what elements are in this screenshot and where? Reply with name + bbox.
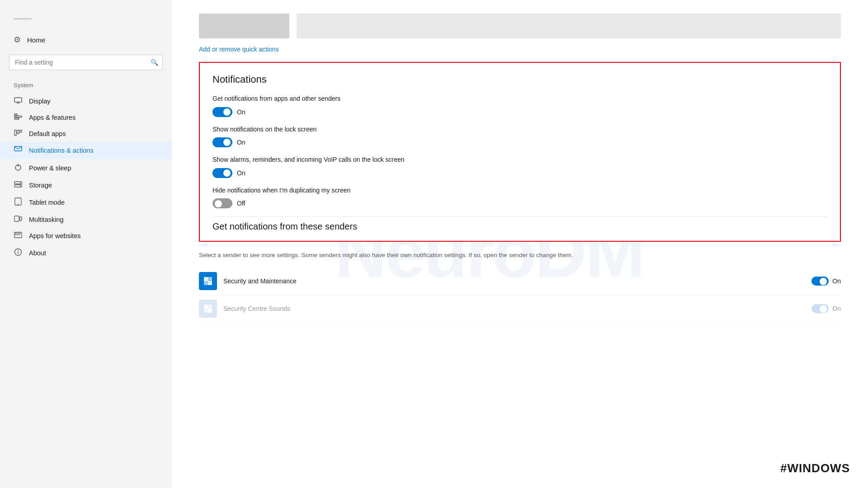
svg-rect-18 <box>14 216 19 221</box>
sidebar-top-bar <box>14 18 32 19</box>
svg-rect-0 <box>14 98 22 102</box>
sidebar-item-multitasking-label: Multitasking <box>29 216 64 223</box>
power-icon <box>14 163 23 173</box>
sidebar-item-multitasking[interactable]: Multitasking <box>0 211 172 228</box>
sender-sounds-state: On <box>832 305 841 312</box>
multitasking-icon <box>14 216 23 224</box>
notifications-icon <box>14 146 23 155</box>
svg-rect-8 <box>20 130 22 132</box>
toggle-apps-senders-state: On <box>237 108 245 116</box>
gear-icon: ⚙ <box>14 35 21 45</box>
svg-rect-21 <box>15 233 17 235</box>
toggle-alarms-switch[interactable] <box>212 168 232 178</box>
sidebar-item-apps-features[interactable]: Apps & features <box>0 109 172 126</box>
svg-point-26 <box>18 250 19 251</box>
add-remove-quick-actions-link[interactable]: Add or remove quick actions <box>199 46 841 53</box>
sidebar-item-default-apps[interactable]: Default apps <box>0 126 172 142</box>
sender-security-state: On <box>832 277 841 285</box>
banner-placeholder <box>297 14 841 38</box>
toggle-lock-screen-state: On <box>237 139 245 146</box>
sidebar-item-tablet-mode[interactable]: Tablet mode <box>0 193 172 211</box>
notifications-box: Notifications Get notifications from app… <box>199 62 841 242</box>
svg-rect-31 <box>204 305 208 309</box>
svg-rect-27 <box>204 277 208 281</box>
toggle-duplicating-label: Hide notifications when I'm duplicating … <box>212 186 827 195</box>
search-icon: 🔍 <box>151 59 158 66</box>
svg-point-17 <box>18 204 19 205</box>
svg-rect-34 <box>208 309 212 313</box>
senders-description: Select a sender to see more settings. So… <box>199 251 841 260</box>
sender-sounds-name: Security Centre Sounds <box>223 305 805 312</box>
display-icon <box>14 97 23 105</box>
sender-row-security[interactable]: Security and Maintenance On <box>199 267 841 295</box>
sender-sounds-toggle[interactable] <box>811 304 829 313</box>
svg-rect-5 <box>14 118 19 119</box>
svg-rect-32 <box>208 305 212 309</box>
svg-rect-22 <box>18 233 21 234</box>
sidebar-item-power-sleep[interactable]: Power & sleep <box>0 159 172 177</box>
sidebar-item-about[interactable]: About <box>0 244 172 262</box>
banner-image <box>199 14 289 38</box>
toggle-duplicating: Hide notifications when I'm duplicating … <box>212 186 827 209</box>
content-area: NeuroDM Add or remove quick actions Noti… <box>172 0 868 488</box>
toggle-apps-senders-switch[interactable] <box>212 107 232 117</box>
svg-rect-19 <box>20 217 22 221</box>
sender-sounds-icon <box>199 300 217 318</box>
toggle-alarms-state: On <box>237 169 245 177</box>
section-label: System <box>0 79 172 91</box>
toggle-duplicating-state: Off <box>237 200 245 207</box>
sidebar-item-apps-features-label: Apps & features <box>29 114 75 121</box>
toggle-alarms: Show alarms, reminders, and incoming VoI… <box>212 155 827 178</box>
toggle-lock-screen-label: Show notifications on the lock screen <box>212 125 827 134</box>
sidebar-item-default-apps-label: Default apps <box>29 130 66 137</box>
toggle-duplicating-switch[interactable] <box>212 198 232 208</box>
toggle-apps-senders-label: Get notifications from apps and other se… <box>212 94 827 103</box>
sidebar-item-storage[interactable]: Storage <box>0 177 172 193</box>
search-input[interactable] <box>9 55 163 70</box>
home-label: Home <box>27 36 45 44</box>
search-container: 🔍 <box>9 55 163 70</box>
default-apps-icon <box>14 130 23 138</box>
svg-rect-28 <box>208 277 212 281</box>
apps-websites-icon <box>14 232 23 240</box>
sidebar-item-apps-websites-label: Apps for websites <box>29 232 80 239</box>
svg-rect-3 <box>14 114 17 115</box>
sidebar-item-display-label: Display <box>29 98 51 105</box>
about-icon <box>14 248 23 258</box>
get-notifications-senders-title: Get notifications from these senders <box>212 216 827 232</box>
svg-rect-4 <box>14 116 22 117</box>
svg-rect-7 <box>17 130 19 134</box>
sidebar-item-power-sleep-label: Power & sleep <box>29 164 71 172</box>
sender-sounds-toggle-control: On <box>811 304 841 313</box>
tablet-icon <box>14 197 23 207</box>
sidebar-item-home[interactable]: ⚙ Home <box>0 30 172 49</box>
sidebar-item-apps-websites[interactable]: Apps for websites <box>0 228 172 244</box>
sidebar-item-tablet-mode-label: Tablet mode <box>29 199 65 206</box>
notifications-title: Notifications <box>212 74 827 85</box>
svg-point-14 <box>20 183 21 183</box>
toggle-apps-senders: Get notifications from apps and other se… <box>212 94 827 117</box>
sender-security-name: Security and Maintenance <box>223 277 805 285</box>
sidebar-item-display[interactable]: Display <box>0 93 172 109</box>
sidebar: ⚙ Home 🔍 System Display Apps & features <box>0 0 172 488</box>
svg-rect-6 <box>14 130 16 136</box>
sidebar-item-notifications[interactable]: Notifications & actions <box>0 142 172 159</box>
svg-rect-23 <box>18 235 20 235</box>
sender-security-toggle[interactable] <box>811 277 829 286</box>
sidebar-item-storage-label: Storage <box>29 182 52 189</box>
toggle-lock-screen-switch[interactable] <box>212 137 232 147</box>
svg-rect-33 <box>204 309 208 313</box>
toggle-lock-screen: Show notifications on the lock screen On <box>212 125 827 148</box>
sender-security-toggle-control: On <box>811 277 841 286</box>
windows-brand: #WINDOWS <box>780 461 850 475</box>
quick-actions-banner <box>199 9 841 38</box>
toggle-alarms-label: Show alarms, reminders, and incoming VoI… <box>212 155 827 164</box>
sender-row-security-sounds: Security Centre Sounds On <box>199 295 841 323</box>
apps-icon <box>14 113 23 122</box>
sender-security-icon <box>199 272 217 290</box>
sidebar-item-about-label: About <box>29 249 46 257</box>
sidebar-item-notifications-label: Notifications & actions <box>29 147 94 154</box>
storage-icon <box>14 181 23 189</box>
svg-rect-29 <box>204 281 208 285</box>
svg-rect-30 <box>208 281 212 285</box>
